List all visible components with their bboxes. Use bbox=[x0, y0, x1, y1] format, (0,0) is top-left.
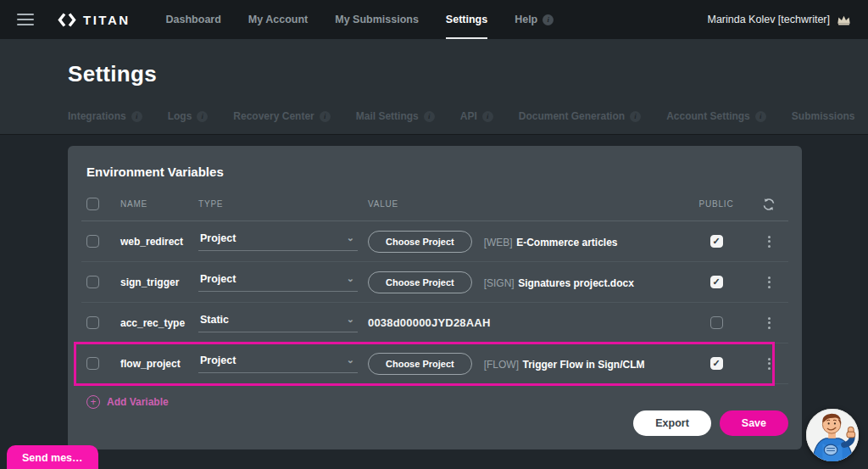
public-checkbox[interactable]: ✓ bbox=[710, 357, 723, 370]
send-message-button[interactable]: Send mes… bbox=[7, 445, 98, 469]
public-checkbox[interactable]: ✓ bbox=[710, 235, 723, 248]
user-menu[interactable]: Marinda Kolev [techwriter] bbox=[707, 14, 851, 25]
tab-api[interactable]: APIi bbox=[460, 110, 493, 134]
tab-logs[interactable]: Logsi bbox=[168, 110, 209, 134]
public-checkbox[interactable]: ✓ bbox=[710, 276, 723, 288]
public-checkbox[interactable]: ✓ bbox=[710, 316, 723, 329]
tab-mail-settings[interactable]: Mail Settingsi bbox=[356, 110, 435, 134]
tab-document-generation[interactable]: Document Generationi bbox=[519, 110, 641, 134]
nav-item-dashboard[interactable]: Dashboard bbox=[166, 0, 221, 39]
environment-variables-panel: Environment Variables ✓ NAME TYPE VALUE … bbox=[68, 146, 802, 449]
table-header: ✓ NAME TYPE VALUE PUBLIC bbox=[81, 187, 788, 221]
table-row: ✓ acc_rec_type Static⌄ 0038d00000JYD28AA… bbox=[81, 303, 788, 343]
value-text: Signatures project.docx bbox=[518, 277, 634, 289]
column-header-type: TYPE bbox=[198, 199, 368, 209]
page-title: Settings bbox=[68, 61, 868, 87]
refresh-icon[interactable] bbox=[749, 198, 788, 211]
column-header-public: PUBLIC bbox=[683, 199, 749, 209]
row-select-checkbox[interactable]: ✓ bbox=[86, 235, 99, 248]
variable-name: web_redirect bbox=[120, 236, 198, 248]
top-navbar: TITAN Dashboard My Account My Submission… bbox=[0, 0, 868, 39]
export-button[interactable]: Export bbox=[633, 410, 711, 436]
row-select-checkbox[interactable]: ✓ bbox=[86, 276, 99, 288]
titan-logo-icon bbox=[58, 13, 76, 27]
value-tag: [WEB] bbox=[484, 237, 513, 248]
titan-logo[interactable]: TITAN bbox=[58, 13, 131, 27]
tab-submissions[interactable]: Submissions bbox=[792, 110, 855, 134]
main-nav: Dashboard My Account My Submissions Sett… bbox=[166, 0, 554, 39]
info-icon: i bbox=[542, 14, 554, 25]
variable-name: sign_trigger bbox=[120, 276, 198, 288]
tab-account-settings[interactable]: Account Settingsi bbox=[666, 110, 766, 134]
value-text: Trigger Flow in Sign/CLM bbox=[522, 359, 644, 371]
tab-recovery-center[interactable]: Recovery Centeri bbox=[233, 110, 330, 134]
info-icon: i bbox=[755, 111, 766, 122]
value-tag: [FLOW] bbox=[484, 359, 519, 371]
nav-item-settings[interactable]: Settings bbox=[446, 0, 487, 39]
column-header-value: VALUE bbox=[368, 199, 683, 209]
hamburger-menu-icon[interactable] bbox=[17, 14, 34, 25]
table-row: ✓ flow_project Project⌄ Choose Project [… bbox=[81, 343, 788, 384]
save-button[interactable]: Save bbox=[720, 410, 788, 436]
settings-header: Settings Integrationsi Logsi Recovery Ce… bbox=[0, 39, 868, 135]
brand-name: TITAN bbox=[83, 13, 131, 27]
add-variable-button[interactable]: + Add Variable bbox=[86, 395, 169, 409]
settings-tabs: Integrationsi Logsi Recovery Centeri Mai… bbox=[68, 110, 868, 134]
panel-title: Environment Variables bbox=[86, 165, 788, 179]
main-content: Environment Variables ✓ NAME TYPE VALUE … bbox=[0, 135, 868, 469]
info-icon: i bbox=[197, 111, 208, 122]
crown-icon bbox=[837, 14, 851, 25]
row-menu-kebab-icon[interactable] bbox=[765, 232, 774, 251]
choose-project-button[interactable]: Choose Project bbox=[368, 353, 472, 375]
panel-actions: Export Save bbox=[633, 410, 788, 436]
chevron-down-icon: ⌄ bbox=[347, 317, 354, 322]
type-select[interactable]: Project⌄ bbox=[198, 232, 358, 251]
add-variable-label: Add Variable bbox=[107, 396, 169, 408]
type-select[interactable]: Static⌄ bbox=[198, 314, 358, 332]
row-menu-kebab-icon[interactable] bbox=[765, 314, 774, 332]
row-select-checkbox[interactable]: ✓ bbox=[86, 316, 99, 329]
user-name: Marinda Kolev [techwriter] bbox=[707, 14, 830, 25]
row-menu-kebab-icon[interactable] bbox=[765, 355, 774, 373]
chevron-down-icon: ⌄ bbox=[347, 276, 354, 282]
info-icon: i bbox=[630, 111, 641, 122]
type-select[interactable]: Project⌄ bbox=[198, 273, 358, 292]
plus-icon: + bbox=[86, 395, 100, 409]
info-icon: i bbox=[131, 111, 142, 122]
info-icon: i bbox=[424, 111, 435, 122]
value-text: E-Commerce articles bbox=[516, 237, 617, 248]
value-tag: [SIGN] bbox=[484, 277, 515, 289]
nav-item-my-account[interactable]: My Account bbox=[248, 0, 308, 39]
info-icon: i bbox=[320, 111, 331, 122]
choose-project-button[interactable]: Choose Project bbox=[368, 271, 472, 293]
assistant-avatar[interactable] bbox=[806, 409, 859, 461]
nav-item-my-submissions[interactable]: My Submissions bbox=[335, 0, 419, 39]
select-all-checkbox[interactable]: ✓ bbox=[86, 198, 99, 210]
row-select-checkbox[interactable]: ✓ bbox=[86, 357, 99, 370]
choose-project-button[interactable]: Choose Project bbox=[368, 231, 472, 253]
info-icon: i bbox=[482, 111, 493, 122]
table-row: ✓ sign_trigger Project⌄ Choose Project [… bbox=[81, 262, 788, 303]
row-menu-kebab-icon[interactable] bbox=[765, 273, 774, 292]
mascot-illustration bbox=[806, 409, 859, 461]
column-header-name: NAME bbox=[120, 199, 198, 209]
chevron-down-icon: ⌄ bbox=[347, 358, 354, 363]
table-row: ✓ web_redirect Project⌄ Choose Project [… bbox=[81, 221, 788, 262]
nav-item-help[interactable]: Helpi bbox=[515, 0, 554, 39]
variable-name: acc_rec_type bbox=[120, 317, 198, 329]
chevron-down-icon: ⌄ bbox=[347, 236, 354, 241]
value-text: 0038d00000JYD28AAH bbox=[368, 316, 491, 329]
tab-integrations[interactable]: Integrationsi bbox=[68, 110, 142, 134]
variable-name: flow_project bbox=[120, 358, 198, 370]
type-select[interactable]: Project⌄ bbox=[198, 355, 358, 373]
